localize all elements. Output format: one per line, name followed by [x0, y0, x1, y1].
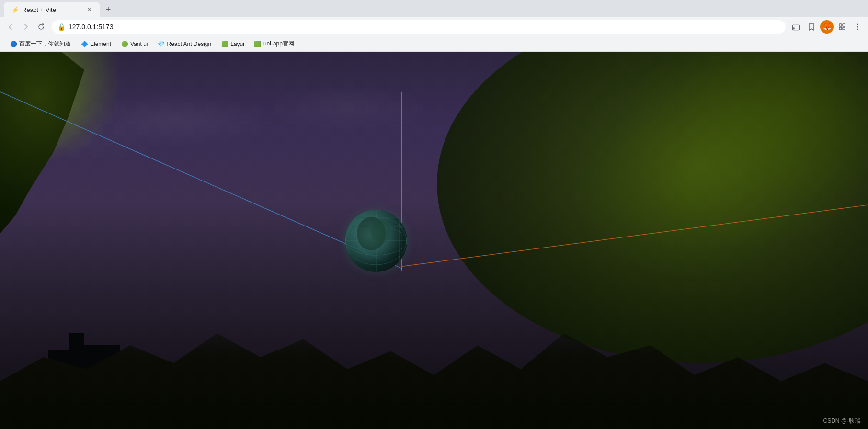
tab-title: React + Vite — [22, 6, 83, 13]
react-ant-icon: 💎 — [158, 40, 165, 48]
bookmarks-bar: 🔵 百度一下，你就知道 🔷 Element 🟢 Vant ui 💎 React … — [0, 36, 868, 52]
bookmark-layui[interactable]: 🟩 Layui — [217, 39, 248, 49]
svg-point-5 — [857, 24, 858, 25]
nav-actions: 🦊 — [789, 20, 864, 34]
bookmark-button[interactable] — [805, 20, 818, 34]
address-bar[interactable]: 🔒 127.0.0.1:5173 — [52, 20, 786, 34]
content-area: CSDN @-耿瑞- — [0, 52, 868, 429]
element-icon: 🔷 — [80, 40, 88, 48]
reload-button[interactable] — [34, 20, 48, 34]
bookmark-uniapp[interactable]: 🟩 uni-app官网 — [250, 39, 298, 49]
tab-bar: ⚡ React + Vite ✕ + — [0, 0, 868, 17]
svg-rect-4 — [843, 27, 845, 30]
uniapp-icon: 🟩 — [254, 40, 262, 48]
url-text: 127.0.0.1:5173 — [69, 23, 780, 31]
lock-icon: 🔒 — [57, 23, 66, 31]
baidu-icon: 🔵 — [10, 40, 17, 48]
svg-rect-1 — [839, 24, 842, 26]
back-button[interactable] — [4, 20, 17, 34]
svg-point-16 — [371, 219, 390, 243]
profile-button[interactable]: 🦊 — [820, 20, 834, 34]
forward-button[interactable] — [19, 20, 33, 34]
svg-rect-2 — [843, 24, 845, 26]
svg-rect-3 — [839, 27, 842, 30]
scene-background: CSDN @-耿瑞- — [0, 52, 868, 429]
watermark: CSDN @-耿瑞- — [823, 417, 862, 425]
bookmark-vant[interactable]: 🟢 Vant ui — [117, 39, 151, 49]
bookmark-react-ant[interactable]: 💎 React Ant Design — [154, 39, 216, 49]
vant-icon: 🟢 — [121, 40, 128, 48]
svg-point-7 — [857, 29, 858, 30]
nav-controls — [4, 20, 48, 34]
svg-point-6 — [857, 26, 858, 28]
browser-frame: ⚡ React + Vite ✕ + — [0, 0, 868, 429]
cast-button[interactable] — [789, 20, 803, 34]
right-tree-mass — [437, 52, 868, 363]
bookmark-baidu[interactable]: 🔵 百度一下，你就知道 — [6, 39, 75, 49]
nav-bar: 🔒 127.0.0.1:5173 🦊 — [0, 17, 868, 36]
new-tab-button[interactable]: + — [102, 3, 115, 16]
bookmark-element[interactable]: 🔷 Element — [77, 39, 115, 49]
layui-icon: 🟩 — [221, 40, 228, 48]
globe-sphere — [345, 210, 407, 272]
extensions-button[interactable] — [835, 20, 849, 34]
active-tab[interactable]: ⚡ React + Vite ✕ — [4, 2, 100, 17]
tab-close-icon[interactable]: ✕ — [87, 6, 92, 13]
menu-button[interactable] — [851, 20, 864, 34]
